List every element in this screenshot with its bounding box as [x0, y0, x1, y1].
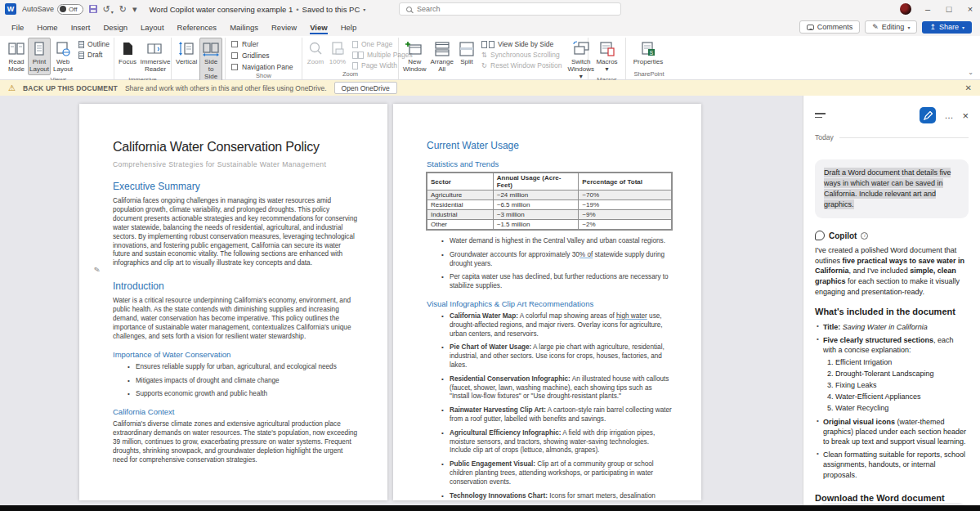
download-heading: Download the Word document [815, 493, 969, 503]
ruler-checkbox[interactable]: Ruler [231, 40, 293, 48]
side-to-side-button[interactable]: Side to Side [199, 38, 222, 83]
heading-executive-summary: Executive Summary [113, 181, 358, 192]
autosave-label: AutoSave [22, 5, 54, 13]
list-item: Residential Conservation Infographic: An… [450, 375, 672, 401]
dismiss-banner-icon[interactable]: ✕ [965, 83, 972, 92]
properties-icon: S [639, 40, 657, 58]
web-layout-button[interactable]: Web Layout [51, 38, 74, 75]
tab-layout[interactable]: Layout [134, 20, 171, 34]
share-button[interactable]: ↥Share▾ [922, 21, 972, 34]
autosave-toggle[interactable]: AutoSave Off [22, 4, 83, 15]
chevron-down-icon: ▾ [363, 7, 365, 12]
views-group: Read Mode Print Layout Web Layout Outlin… [3, 38, 114, 79]
properties-button[interactable]: S Properties [629, 38, 668, 68]
search-placeholder: Search [417, 5, 441, 13]
search-input[interactable]: Search [399, 2, 621, 16]
web-layout-icon [54, 40, 72, 58]
separator-dot: • [296, 5, 298, 14]
reset-window-position-button[interactable]: ↻Reset Window Position [481, 61, 562, 69]
menu-icon[interactable] [815, 113, 826, 118]
save-icon[interactable] [89, 5, 97, 13]
user-prompt-bubble[interactable]: Draft a Word document that details five … [815, 159, 969, 218]
macros-group: Macros▾ Macros [588, 38, 626, 79]
document-page-1[interactable]: ✎ California Water Conservation Policy C… [79, 104, 387, 500]
synchronous-scrolling-button[interactable]: ⇅Synchronous Scrolling [481, 51, 562, 59]
editing-mode-dropdown[interactable]: ✎Editing▾ [865, 20, 917, 34]
page-movement-group: Vertical Side to Side Page Movement [172, 38, 226, 79]
tab-insert[interactable]: Insert [65, 20, 97, 34]
close-button[interactable]: × [965, 4, 975, 14]
account-avatar[interactable] [900, 3, 911, 15]
show-group: Ruler Gridlines Navigation Pane Show [226, 38, 302, 79]
outline-icon [78, 41, 84, 48]
tab-view[interactable]: View [303, 20, 333, 34]
outline-button[interactable]: Outline [78, 40, 110, 48]
backup-notification-bar: ⚠ BACK UP THIS DOCUMENT Share and work w… [0, 80, 980, 96]
reset-position-icon: ↻ [481, 61, 487, 69]
view-side-by-side-button[interactable]: View Side by Side [481, 40, 562, 48]
immersive-reader-icon [146, 40, 164, 58]
importance-list: Ensures reliable supply for urban, agric… [113, 363, 358, 399]
split-button[interactable]: Split [456, 38, 477, 68]
zoom-button[interactable]: Zoom [305, 38, 326, 68]
autosave-state: Off [69, 6, 78, 13]
tab-help[interactable]: Help [334, 20, 364, 34]
new-chat-button[interactable] [920, 107, 936, 123]
grammar-underline: high water [616, 312, 647, 320]
new-window-button[interactable]: New Window [401, 38, 427, 75]
water-usage-table[interactable]: Sector Annual Usage (Acre-Feet) Percenta… [427, 173, 672, 230]
list-item: California Water Map: A colorful map sho… [450, 312, 672, 338]
open-onedrive-button[interactable]: Open OneDrive [334, 82, 397, 94]
tab-review[interactable]: Review [265, 20, 303, 34]
list-item: Supports economic growth and public heal… [136, 390, 358, 399]
minimize-button[interactable]: – [923, 4, 933, 14]
restore-button[interactable]: □ [944, 4, 954, 14]
quick-access-menu-icon[interactable]: ▾ [132, 4, 137, 15]
comments-button[interactable]: Comments [799, 20, 861, 34]
document-title[interactable]: Word Copilot water conserving example 1 … [150, 5, 366, 14]
collapse-ribbon-icon[interactable]: ⌄ [968, 69, 973, 76]
multiple-pages-icon [352, 52, 358, 59]
copilot-logo-icon [815, 231, 825, 240]
redo-icon[interactable]: ↻ [119, 4, 127, 15]
tab-mailings[interactable]: Mailings [223, 20, 265, 34]
draft-icon [78, 52, 84, 59]
undo-icon[interactable]: ↺▾ [103, 4, 114, 15]
tab-references[interactable]: References [171, 20, 224, 34]
arrange-all-button[interactable]: Arrange All [428, 38, 454, 75]
read-mode-button[interactable]: Read Mode [6, 38, 27, 75]
one-page-icon [352, 41, 358, 48]
print-layout-button[interactable]: Print Layout [28, 38, 51, 75]
gridlines-checkbox[interactable]: Gridlines [231, 52, 293, 60]
tab-file[interactable]: File [5, 20, 30, 34]
list-item: Original visual icons (water-themed grap… [823, 417, 969, 446]
vertical-button[interactable]: Vertical [174, 38, 199, 68]
chevron-down-icon: ▾ [907, 25, 910, 30]
draft-button[interactable]: Draft [78, 51, 110, 59]
document-page-2[interactable]: Current Water Usage Statistics and Trend… [393, 104, 701, 500]
macros-button[interactable]: Macros▾ [591, 38, 623, 75]
info-icon[interactable]: i [861, 232, 868, 240]
selected-text: Draft a Word document that details five … [824, 168, 951, 209]
list-item: Mitigates impacts of drought and climate… [136, 377, 358, 386]
new-window-icon [405, 40, 423, 58]
grammar-underline: % of [579, 251, 593, 258]
multiple-pages-icon [358, 52, 364, 59]
tab-design[interactable]: Design [96, 20, 134, 34]
included-list: Title: Saving Water in California Five c… [815, 322, 969, 483]
pencil-icon: ✎ [872, 23, 879, 31]
immersive-reader-button[interactable]: Immersive Reader [139, 38, 172, 75]
word-app-icon[interactable]: W [5, 3, 16, 15]
list-item: Public Engagement Visual: Clip art of a … [450, 460, 672, 486]
tab-home[interactable]: Home [30, 20, 64, 34]
zoom-100-button[interactable]: 100% [327, 38, 348, 68]
navigation-pane-checkbox[interactable]: Navigation Pane [231, 63, 293, 71]
more-options-icon[interactable]: … [944, 110, 954, 120]
list-item: Ensures reliable supply for urban, agric… [136, 363, 358, 372]
chevron-down-icon: ▾ [962, 25, 964, 30]
copilot-panel: … × Today Draft a Word document that det… [803, 96, 980, 505]
focus-button[interactable]: Focus [117, 38, 138, 68]
close-copilot-icon[interactable]: × [962, 110, 969, 122]
list-item: Title: Saving Water in California [823, 322, 969, 332]
included-heading: What's included in the document [815, 307, 969, 316]
